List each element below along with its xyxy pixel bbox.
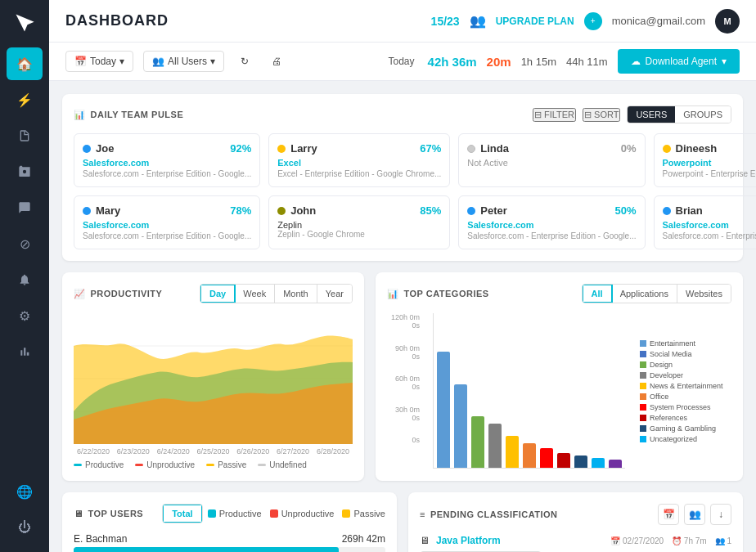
tab-year[interactable]: Year [317,285,352,303]
sidebar-item-camera[interactable] [7,155,43,188]
sidebar-item-chart[interactable] [7,335,43,368]
user-avatar[interactable]: M [715,9,740,34]
main-area: DASHBOARD 15/23 👥 UPGRADE PLAN + monica@… [49,0,756,552]
sidebar-item-chat[interactable] [7,191,43,224]
pulse-icon: 📊 [74,110,86,120]
daily-pulse-card: 📊 DAILY TEAM PULSE ⊟ FILTER ⊟ SORT USERS… [62,94,743,261]
top-users-legend: Productive Unproductive Passive [208,509,385,518]
all-users-label: All Users [168,56,207,67]
tab-websites[interactable]: Websites [677,285,731,303]
pending-meta: 📅 02/27/2020 ⏰ 7h 7m 👥 1 [610,536,731,545]
chart-x-labels: 6/22/2020 6/23/2020 6/24/2020 6/25/2020 … [74,447,353,456]
bar-developer [488,424,502,468]
legend-undefined: Undefined [258,460,307,469]
user-card-mary: Mary 78% Salesforce.com Salesforce.com -… [74,195,260,249]
print-button[interactable]: 🖨 [265,52,288,71]
legend-passive: Passive [206,460,246,469]
chevron-down-icon: ▾ [119,56,124,67]
pending-monitor-icon: 🖥 [420,535,430,546]
productivity-tabs: Day Week Month Year [200,284,353,303]
bar-chart-inner [433,313,625,469]
categories-header: 📊 TOP CATEGORIES All Applications Websit… [387,284,731,303]
pending-title: ≡ PENDING CLASSIFICATION [420,509,558,519]
tab-all[interactable]: All [582,284,613,303]
stat-passive: 1h 15m [521,56,556,68]
users-filter-icon: 👥 [152,56,164,67]
topbar-right: 15/23 👥 UPGRADE PLAN + monica@gmail.com … [431,9,740,34]
top-users-card: 🖥 TOP USERS Total Productive [62,492,397,552]
toggle-groups-button[interactable]: GROUPS [675,106,731,123]
pending-icon-calendar[interactable]: 📅 [658,504,679,525]
sidebar-item-block[interactable]: ⊘ [7,227,43,260]
user-card-peter: Peter 50% Salesforce.com Salesforce.com … [458,195,645,249]
tab-applications[interactable]: Applications [612,285,677,303]
top-users-tab-total[interactable]: Total [162,504,202,523]
categories-chart-area: 120h 0m 0s 90h 0m 0s 60h 0m 0s 30h 0m 0s… [387,313,731,469]
top-users-header: 🖥 TOP USERS Total Productive [74,504,385,523]
upgrade-plan-label[interactable]: UPGRADE PLAN [496,16,574,27]
productivity-icon: 📈 [74,289,86,299]
tab-day[interactable]: Day [200,284,236,303]
app-logo [10,8,39,38]
bar-gaming [574,456,587,468]
sidebar-item-globe[interactable]: 🌐 [7,475,43,508]
bar-system [540,448,553,468]
today-filter-button[interactable]: 📅 Today ▾ [65,51,133,72]
legend-unproductive: Unproductive [135,460,195,469]
y-axis-labels: 120h 0m 0s 90h 0m 0s 60h 0m 0s 30h 0m 0s… [387,313,425,444]
bar-office [523,443,536,468]
productivity-title: 📈 PRODUCTIVITY [74,289,162,299]
toolbar-today-label: Today [389,56,415,67]
user-card-brian: Brian 44% Salesforce.com Salesforce.com … [654,195,757,249]
daily-pulse-header: 📊 DAILY TEAM PULSE ⊟ FILTER ⊟ SORT USERS… [74,105,731,123]
sort-icon: ⊟ [584,110,592,120]
legend-passive-users: Passive [342,509,385,518]
pending-icon-users[interactable]: 👥 [684,504,705,525]
categories-icon: 📊 [387,289,399,299]
toggle-users-button[interactable]: USERS [628,106,675,123]
stat-unproductive: 20m [487,55,511,69]
productivity-header: 📈 PRODUCTIVITY Day Week Month Year [74,284,353,303]
user-card-dineesh: Dineesh 73% Powerpoint Powerpoint - Ente… [654,133,757,187]
sidebar-item-lightning[interactable]: ⚡ [7,83,43,116]
sidebar-item-power[interactable]: ⏻ [7,511,43,544]
chevron-down-icon2: ▾ [210,56,215,67]
sidebar-item-bell[interactable] [7,263,43,296]
chart-legend: Productive Unproductive Passive Undefine… [74,460,353,469]
legend-productive-users: Productive [208,509,262,518]
user-card-larry: Larry 67% Excel Excel - Enterprise Editi… [268,133,450,187]
sort-button[interactable]: ⊟ SORT [583,108,620,122]
topbar: DASHBOARD 15/23 👥 UPGRADE PLAN + monica@… [49,0,756,43]
stat-total2: 44h 11m [566,56,608,68]
pending-header: ≡ PENDING CLASSIFICATION 📅 👥 ↓ [420,504,731,525]
sidebar-item-document[interactable] [7,119,43,152]
tab-week[interactable]: Week [235,285,275,303]
download-label: Download Agent [646,56,717,67]
pending-icon-sort[interactable]: ↓ [710,504,731,525]
print-icon: 🖨 [272,56,281,67]
refresh-icon: ↻ [241,56,249,67]
filter-icon: ⊟ [534,110,542,120]
pending-item-java: 🖥 Java Platform 📅 02/27/2020 ⏰ 7h 7m 👥 1… [420,535,731,552]
user-grid: Joe 92% Salesforce.com Salesforce.com - … [74,133,731,249]
users-icon: 👥 [470,13,486,29]
download-agent-button[interactable]: ☁ Download Agent ▾ [618,49,740,74]
pending-header-icons: 📅 👥 ↓ [658,504,731,525]
refresh-button[interactable]: ↻ [234,52,255,71]
users-groups-toggle: USERS GROUPS [627,105,731,123]
pending-classification-card: ≡ PENDING CLASSIFICATION 📅 👥 ↓ 🖥 Java Pl… [408,492,743,552]
plan-count: 15/23 [431,15,460,28]
sidebar-item-home[interactable]: 🏠 [7,47,43,80]
filter-button[interactable]: ⊟ FILTER [533,108,576,122]
upgrade-button[interactable]: + [584,12,602,30]
legend-unproductive-users: Unproductive [270,509,335,518]
user-card-joe: Joe 92% Salesforce.com Salesforce.com - … [74,133,260,187]
sidebar-item-settings[interactable]: ⚙ [7,299,43,332]
tab-month[interactable]: Month [275,285,317,303]
bar-chart-container [433,313,625,469]
all-users-filter-button[interactable]: 👥 All Users ▾ [143,51,224,72]
user-bars-list: E. Bachman 269h 42m H. Lorry 207h 21m [74,533,385,552]
toolbar: 📅 Today ▾ 👥 All Users ▾ ↻ 🖨 Today 42h 36… [49,43,756,81]
top-categories-card: 📊 TOP CATEGORIES All Applications Websit… [376,272,743,481]
today-label: Today [90,56,116,67]
